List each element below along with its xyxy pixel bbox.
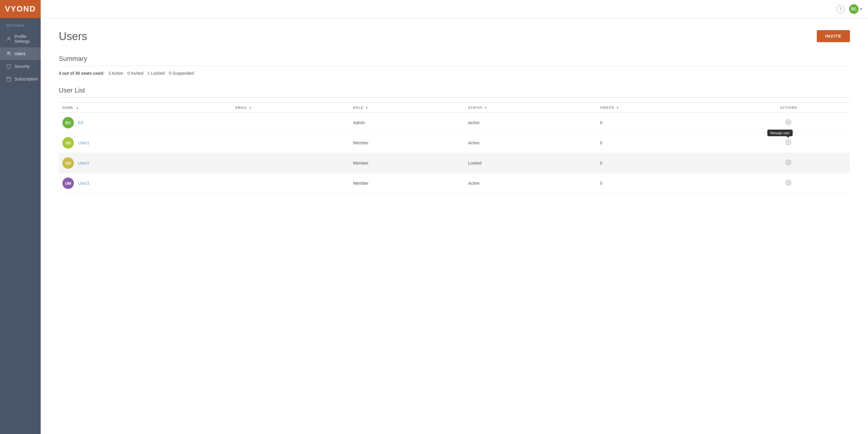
seats-used-label: 4 out of 30 seats used: xyxy=(59,71,104,76)
user-email-cell xyxy=(232,153,349,173)
sort-icon: ▾ xyxy=(617,106,618,110)
table-header-row: NAME ▲ EMAIL ▾ ROLE ▾ STATUS xyxy=(59,103,850,113)
invite-button[interactable]: INVITE xyxy=(817,30,850,42)
user-email-cell xyxy=(232,173,349,193)
col-email[interactable]: EMAIL ▾ xyxy=(232,103,349,113)
user-avatar: EC xyxy=(62,117,74,128)
user-status-cell: Active xyxy=(464,113,596,133)
main-content: Users INVITE Summary 4 out of 30 seats u… xyxy=(41,18,868,434)
calendar-icon xyxy=(6,76,11,82)
summary-title: Summary xyxy=(59,55,850,63)
user-email-cell xyxy=(232,113,349,133)
sidebar-item-profile-settings[interactable]: Profile Settings xyxy=(0,30,41,47)
page-header: Users INVITE xyxy=(59,30,850,43)
shield-icon xyxy=(6,64,11,69)
user-name-link[interactable]: Ed xyxy=(78,120,83,125)
user-name-link[interactable]: User3 xyxy=(78,181,89,186)
summary-divider xyxy=(59,66,850,66)
header-right: ? EC ▾ xyxy=(836,4,862,14)
chevron-down-icon: ▾ xyxy=(860,7,862,11)
sidebar-item-security[interactable]: Security xyxy=(0,60,41,73)
svg-point-0 xyxy=(8,37,10,39)
sidebar-section-label: SETTINGS xyxy=(0,24,41,30)
user-role-cell: Member xyxy=(349,153,464,173)
user-name-link[interactable]: User2 xyxy=(78,161,89,165)
gear-icon xyxy=(785,180,792,186)
table-row: UH User2 MemberLocked0 xyxy=(59,153,850,173)
user-role-cell: Admin xyxy=(349,113,464,133)
table-row: UM User3 MemberActive0 xyxy=(59,173,850,193)
sidebar: SETTINGS Profile Settings Users Security xyxy=(0,18,41,434)
summary-stats: 4 out of 30 seats used: 3 Active 0 Invit… xyxy=(59,71,850,76)
user-name-cell: UM User3 xyxy=(59,173,232,193)
main-layout: SETTINGS Profile Settings Users Security xyxy=(0,18,868,434)
svg-point-7 xyxy=(788,121,789,123)
col-actions: ACTIONS xyxy=(727,103,850,113)
col-videos[interactable]: VIDEOS ▾ xyxy=(596,103,727,113)
user-table-body: EC Ed AdminActive0 US User1 MemberActive… xyxy=(59,113,850,193)
user-list-section: User List NAME ▲ EMAIL ▾ ROLE xyxy=(59,87,850,193)
svg-rect-3 xyxy=(7,77,11,82)
user-list-title: User List xyxy=(59,87,850,94)
suspended-stat: 0 Suspended xyxy=(169,71,194,76)
user-actions-cell xyxy=(727,113,850,133)
help-icon: ? xyxy=(839,7,842,11)
active-stat: 3 Active xyxy=(108,71,123,76)
sidebar-item-label: Profile Settings xyxy=(14,34,35,44)
page-title: Users xyxy=(59,30,87,43)
manage-user-button[interactable] xyxy=(784,179,793,188)
user-avatar: US xyxy=(62,137,74,149)
user-videos-cell: 0 xyxy=(596,133,727,153)
summary-section: Summary 4 out of 30 seats used: 3 Active… xyxy=(59,55,850,76)
sidebar-item-label: Users xyxy=(14,51,26,56)
user-table: NAME ▲ EMAIL ▾ ROLE ▾ STATUS xyxy=(59,102,850,193)
user-email-cell xyxy=(232,133,349,153)
svg-point-1 xyxy=(7,52,9,53)
user-avatar: UH xyxy=(62,157,74,169)
sidebar-item-label: Security xyxy=(14,64,30,69)
svg-point-9 xyxy=(788,161,789,163)
user-avatar: UM xyxy=(62,178,74,189)
user-videos-cell: 0 xyxy=(596,153,727,173)
col-role[interactable]: ROLE ▾ xyxy=(349,103,464,113)
user-status-cell: Locked xyxy=(464,153,596,173)
manage-user-button[interactable] xyxy=(784,118,793,128)
user-role-cell: Member xyxy=(349,133,464,153)
locked-stat: 1 Locked xyxy=(148,71,165,76)
avatar: EC xyxy=(849,4,859,14)
invited-stat: 0 Invited xyxy=(127,71,144,76)
logo-area: VYOND xyxy=(0,0,41,18)
user-videos-cell: 0 xyxy=(596,173,727,193)
users-icon xyxy=(6,51,11,56)
sidebar-item-label: Subscription xyxy=(14,76,38,82)
sort-desc-icon: ▾ xyxy=(250,106,251,110)
sort-asc-icon: ▲ xyxy=(76,106,79,110)
top-header: VYOND ? EC ▾ xyxy=(0,0,868,18)
user-name-cell: UH User2 xyxy=(59,153,232,173)
person-icon xyxy=(6,36,11,41)
sort-icon: ▾ xyxy=(366,106,368,110)
user-name-link[interactable]: User1 xyxy=(78,141,89,145)
user-status-cell: Active xyxy=(464,133,596,153)
manage-user-button[interactable] xyxy=(784,158,793,168)
user-list-divider xyxy=(59,97,850,98)
table-row: EC Ed AdminActive0 xyxy=(59,113,850,133)
col-status[interactable]: STATUS ▾ xyxy=(464,103,596,113)
user-name-cell: EC Ed xyxy=(59,113,232,133)
user-actions-cell: Manage user xyxy=(727,133,850,153)
svg-point-8 xyxy=(788,141,789,143)
sidebar-item-subscription[interactable]: Subscription xyxy=(0,73,41,85)
help-button[interactable]: ? xyxy=(836,5,845,13)
sidebar-item-users[interactable]: Users xyxy=(0,47,41,60)
svg-point-10 xyxy=(788,182,789,183)
user-menu-button[interactable]: EC ▾ xyxy=(849,4,862,14)
manage-user-button[interactable]: Manage user xyxy=(784,138,793,148)
user-name-cell: US User1 xyxy=(59,133,232,153)
svg-point-2 xyxy=(9,52,10,53)
sort-icon: ▾ xyxy=(485,106,487,110)
user-actions-cell xyxy=(727,173,850,193)
user-videos-cell: 0 xyxy=(596,113,727,133)
user-actions-cell xyxy=(727,153,850,173)
gear-icon xyxy=(785,139,792,145)
col-name[interactable]: NAME ▲ xyxy=(59,103,232,113)
